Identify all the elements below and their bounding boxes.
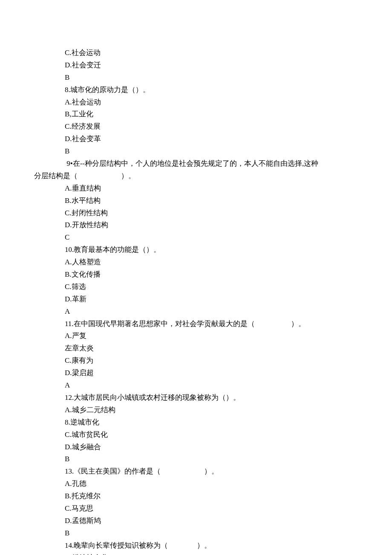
text-line: D.孟德斯鸠 xyxy=(34,515,358,527)
text-line: C.经济发展 xyxy=(34,121,358,133)
text-line: B,工业化 xyxy=(34,108,358,121)
text-line: D.梁启超 xyxy=(34,367,358,379)
text-line: B xyxy=(34,527,358,540)
text-line: A xyxy=(34,379,358,392)
text-line: A.城乡二元结构 xyxy=(34,404,358,416)
text-line: B xyxy=(34,72,358,84)
text-line: D.社会变革 xyxy=(34,133,358,145)
text-line: 11.在中国现代早期著名思想家中，对社会学贡献最大的是（ ）。 xyxy=(34,318,358,330)
text-line: A.社会运动 xyxy=(34,96,358,109)
text-line: D.革新 xyxy=(34,293,358,306)
text-line: B.水平结构 xyxy=(34,195,358,207)
text-line: D.城乡融合 xyxy=(34,441,358,454)
text-line: C.封闭性结构 xyxy=(34,207,358,220)
text-line: A.继续社会化 xyxy=(34,552,358,555)
text-line: B xyxy=(34,453,358,465)
document-page: C.社会运动D.社会变迁B8.城市化的原动力是（）。A.社会运动B,工业化C.经… xyxy=(0,0,392,555)
text-line: C.康有为 xyxy=(34,355,358,367)
text-line: 12.大城市居民向小城镇或农村迁移的现象被称为（）。 xyxy=(34,392,358,404)
text-line: C.筛选 xyxy=(34,281,358,293)
text-line: 13.《民主在美国》的作者是（ ）。 xyxy=(34,465,358,478)
text-line: A.人格塑造 xyxy=(34,256,358,269)
text-line: A xyxy=(34,306,358,318)
text-line: 14.晚辈向长辈传授知识被称为（ ）。 xyxy=(34,540,358,552)
text-line: A.垂直结构 xyxy=(34,182,358,195)
text-line: 8.城市化的原动力是（）。 xyxy=(34,84,358,96)
text-line: 左章太炎 xyxy=(34,342,358,355)
text-line: C.马克思 xyxy=(34,503,358,515)
text-line: 8.逆城市化 xyxy=(34,416,358,429)
text-line: 分层结构是（ ）。 xyxy=(34,170,358,182)
text-body: C.社会运动D.社会变迁B8.城市化的原动力是（）。A.社会运动B,工业化C.经… xyxy=(34,47,358,555)
text-line: A.严复 xyxy=(34,330,358,342)
text-line: A.孔德 xyxy=(34,478,358,490)
text-line: 9•在--种分层结构中，个人的地位是社会预先规定了的，本人不能自由选择,这种 xyxy=(34,158,358,170)
text-line: 10.教育最基本的功能是（）。 xyxy=(34,244,358,256)
text-line: B xyxy=(34,145,358,158)
text-line: D.开放性结构 xyxy=(34,219,358,231)
text-line: B.文化传播 xyxy=(34,269,358,281)
text-line: C xyxy=(34,231,358,244)
text-line: C.城市贫民化 xyxy=(34,429,358,441)
text-line: B.托克维尔 xyxy=(34,490,358,503)
text-line: D.社会变迁 xyxy=(34,59,358,72)
text-line: C.社会运动 xyxy=(34,47,358,59)
